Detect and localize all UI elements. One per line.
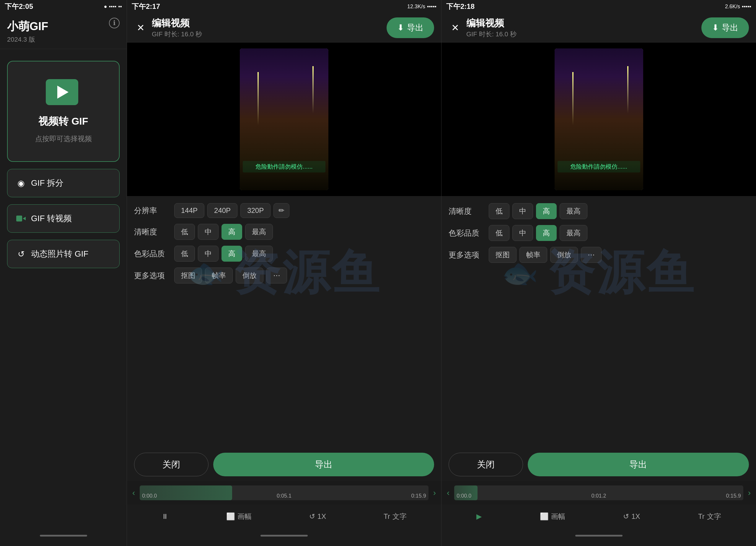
clarity-low-btn-2[interactable]: 低 [174, 224, 195, 240]
timeline-prev-2[interactable]: ‹ [130, 488, 137, 498]
color-mid-btn-2[interactable]: 中 [198, 246, 219, 262]
signal-icons-3: ▪▪▪▪▪ [742, 4, 751, 10]
more-btn-2[interactable]: ⋯ [266, 268, 287, 283]
clarity-max-btn-2[interactable]: 最高 [245, 224, 273, 240]
color-options-3: 低 中 高 最高 [489, 225, 587, 241]
clarity-row-2: 清晰度 低 中 高 最高 [134, 224, 434, 240]
frame-btn-3[interactable]: ⬜ 画幅 [540, 512, 565, 521]
info-icon[interactable]: ℹ [109, 18, 120, 28]
clarity-high-btn-2[interactable]: 高 [221, 224, 242, 240]
hero-icon [46, 79, 81, 109]
app-title: 小萌GIF [7, 19, 120, 34]
res-320p-btn[interactable]: 320P [240, 203, 271, 218]
crop-btn-3[interactable]: 抠图 [489, 247, 517, 263]
color-low-btn-2[interactable]: 低 [174, 246, 195, 262]
color-high-btn-2[interactable]: 高 [221, 246, 242, 262]
frame-icon-2: ⬜ [226, 512, 235, 521]
clarity-mid-btn-3[interactable]: 中 [512, 203, 533, 219]
signal-icon: ▪▪▪▪ [109, 4, 117, 10]
close-action-button-2[interactable]: 关闭 [134, 453, 208, 476]
edit-header-2: ✕ 编辑视频 GIF 时长: 16.0 秒 ⬇ 导出 [127, 13, 441, 43]
more-options-label-2: 更多选项 [134, 270, 170, 281]
gif-split-icon: ◉ [16, 178, 26, 188]
timeline-start-3: 0:00.0 [457, 493, 471, 499]
clarity-low-btn-3[interactable]: 低 [489, 203, 509, 219]
more-btn-3[interactable]: ⋯ [581, 247, 602, 263]
color-low-btn-3[interactable]: 低 [489, 225, 509, 241]
text-icon-3: Tr [698, 512, 705, 521]
photo-to-gif-icon: ↺ [16, 249, 26, 259]
bottom-bar-2 [127, 528, 441, 546]
frame-btn-2[interactable]: ⬜ 画幅 [226, 512, 252, 521]
gif-to-video-icon [16, 213, 26, 224]
export-action-button-3[interactable]: 导出 [528, 453, 749, 476]
timeline-next-2[interactable]: › [431, 488, 438, 498]
timeline-track-2[interactable]: 0:00.0 0:05.1 0:15.9 [140, 485, 428, 500]
crop-btn-2[interactable]: 抠图 [174, 268, 202, 283]
res-edit-btn[interactable]: ✏ [273, 203, 289, 218]
timeline-next-3[interactable]: › [746, 488, 753, 498]
edit-header-left-2: ✕ 编辑视频 GIF 时长: 16.0 秒 [134, 17, 202, 39]
controls-area-2: 分辨率 144P 240P 320P ✏ 清晰度 低 中 高 最高 色彩品质 低 [127, 196, 441, 481]
more-options-row-2: 更多选项 抠图 帧率 倒放 ⋯ [134, 268, 434, 283]
video-icon-inner [46, 79, 78, 105]
color-quality-label-2: 色彩品质 [134, 249, 170, 259]
more-option-btns-2: 抠图 帧率 倒放 ⋯ [174, 268, 287, 283]
speed-btn-2[interactable]: ↺ 1X [309, 512, 326, 521]
edit-close-button-2[interactable]: ✕ [134, 21, 147, 34]
video-to-gif-card[interactable]: 视频转 GIF 点按即可选择视频 [7, 61, 120, 162]
color-max-btn-2[interactable]: 最高 [245, 246, 273, 262]
network-speed-2: 12.3K/s [407, 4, 425, 10]
export-action-button-2[interactable]: 导出 [213, 453, 434, 476]
clarity-mid-btn-2[interactable]: 中 [198, 224, 219, 240]
battery-icon: ▪▪ [118, 4, 122, 10]
frame-icon-3: ⬜ [540, 512, 549, 521]
video-warning-3: 危险動作請勿模仿...... [558, 161, 640, 172]
signal-icons-2: ▪▪▪▪▪ [427, 4, 436, 10]
res-144p-btn[interactable]: 144P [174, 203, 204, 218]
color-max-btn-3[interactable]: 最高 [560, 225, 587, 241]
photo-to-gif-label: 动态照片转 GIF [31, 248, 88, 260]
speed-icon-2: ↺ [309, 512, 315, 521]
close-action-button-3[interactable]: 关闭 [449, 453, 523, 476]
clarity-max-btn-3[interactable]: 最高 [560, 203, 587, 219]
text-btn-3[interactable]: Tr 文字 [698, 512, 721, 521]
bottom-bar-1 [0, 528, 127, 546]
edit-close-button-3[interactable]: ✕ [449, 21, 462, 34]
edit-video-panel-3: 🐟 资源鱼 下午2:18 2.6K/s ▪▪▪▪▪ ✕ 编辑视频 GIF 时长:… [441, 0, 756, 546]
play-pause-btn-2[interactable]: ⏸ [162, 512, 169, 521]
reverse-btn-3[interactable]: 倒放 [550, 247, 578, 263]
bottom-toolbar-3: ▶ ⬜ 画幅 ↺ 1X Tr 文字 [441, 505, 756, 528]
timeline-mid-2: 0:05.1 [277, 493, 291, 499]
clarity-label-2: 清晰度 [134, 227, 170, 237]
status-time-2: 下午2:17 [132, 2, 160, 11]
gif-split-button[interactable]: ◉ GIF 拆分 [7, 169, 120, 197]
gif-to-video-button[interactable]: GIF 转视频 [7, 204, 120, 233]
timeline-track-3[interactable]: 0:00.0 0:01.2 0:15.9 [454, 485, 743, 500]
res-240p-btn[interactable]: 240P [207, 203, 237, 218]
photo-to-gif-button[interactable]: ↺ 动态照片转 GIF [7, 240, 120, 268]
play-btn-3[interactable]: ▶ [476, 512, 482, 521]
export-button-header-2[interactable]: ⬇ 导出 [387, 17, 434, 38]
color-mid-btn-3[interactable]: 中 [512, 225, 533, 241]
edit-header-left-3: ✕ 编辑视频 GIF 时长: 16.0 秒 [449, 17, 517, 39]
video-warning-2: 危险動作請勿模仿...... [243, 161, 325, 172]
export-button-header-3[interactable]: ⬇ 导出 [701, 17, 749, 38]
timeline-prev-3[interactable]: ‹ [444, 488, 452, 498]
timeline-labels-2: 0:00.0 0:05.1 0:15.9 [142, 493, 426, 499]
fps-btn-2[interactable]: 帧率 [205, 268, 233, 283]
fps-btn-3[interactable]: 帧率 [519, 247, 547, 263]
light-3a [572, 72, 573, 125]
color-high-btn-3[interactable]: 高 [536, 225, 557, 241]
pause-icon-2: ⏸ [162, 512, 169, 521]
svg-marker-1 [23, 217, 26, 220]
text-btn-2[interactable]: Tr 文字 [384, 512, 407, 521]
reverse-btn-2[interactable]: 倒放 [236, 268, 263, 283]
speed-btn-3[interactable]: ↺ 1X [623, 512, 640, 521]
download-icon-3: ⬇ [712, 23, 719, 32]
color-quality-label-3: 色彩品质 [449, 228, 484, 238]
clarity-high-btn-3[interactable]: 高 [536, 203, 557, 219]
edit-duration-2: GIF 时长: 16.0 秒 [152, 30, 202, 39]
bottom-bar-3 [441, 528, 756, 546]
action-row-2: 关闭 导出 [134, 450, 434, 476]
